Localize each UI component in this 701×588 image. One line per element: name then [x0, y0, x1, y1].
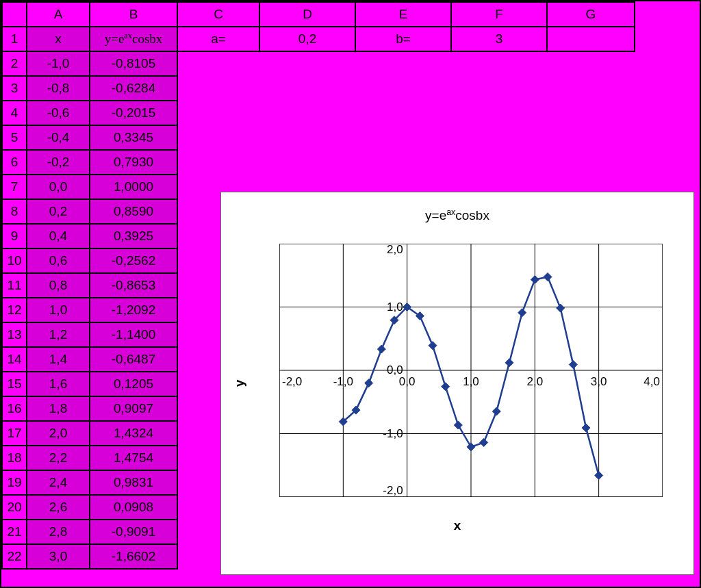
table-row: 4-0,6-0,2015 [2, 101, 635, 125]
row-header[interactable]: 11 [2, 273, 27, 298]
cell-A18[interactable]: 2,2 [27, 446, 90, 470]
cell-A10[interactable]: 0,6 [27, 248, 90, 273]
cell-A1[interactable]: x [27, 27, 90, 51]
chart-container[interactable]: y=eaxcosbx y x -2,0-1,00,01,02,03,04,0-2… [220, 192, 694, 575]
cell-B22[interactable]: -1,6602 [90, 544, 177, 569]
cell-A7[interactable]: 0,0 [27, 175, 90, 199]
cell-A13[interactable]: 1,2 [27, 322, 90, 347]
cell-A17[interactable]: 2,0 [27, 421, 90, 446]
table-row: 6-0,20,7930 [2, 150, 635, 175]
cell-A5[interactable]: -0,4 [27, 125, 90, 150]
svg-text:2,0: 2,0 [387, 244, 403, 256]
cell-D1[interactable]: 0,2 [259, 27, 355, 51]
row-header[interactable]: 15 [2, 372, 27, 396]
cell-B1[interactable]: y=eaxcosbx [90, 27, 177, 51]
col-header-B[interactable]: B [90, 2, 177, 27]
cell-B11[interactable]: -0,8653 [90, 273, 177, 298]
row-header[interactable]: 21 [2, 520, 27, 544]
row-header[interactable]: 12 [2, 298, 27, 322]
cell-B5[interactable]: 0,3345 [90, 125, 177, 150]
cell-B7[interactable]: 1,0000 [90, 175, 177, 199]
table-row: 2-1,0-0,8105 [2, 51, 635, 76]
row-header[interactable]: 13 [2, 322, 27, 347]
row-header[interactable]: 8 [2, 199, 27, 224]
cell-A21[interactable]: 2,8 [27, 520, 90, 544]
row-header[interactable]: 1 [2, 27, 27, 51]
cell-A14[interactable]: 1,4 [27, 347, 90, 372]
cell-B6[interactable]: 0,7930 [90, 150, 177, 175]
table-row: 5-0,40,3345 [2, 125, 635, 150]
cell-A11[interactable]: 0,8 [27, 273, 90, 298]
cell-F1[interactable]: 3 [451, 27, 547, 51]
cell-B4[interactable]: -0,2015 [90, 101, 177, 125]
svg-text:4,0: 4,0 [643, 375, 660, 388]
chart-title: y=eaxcosbx [221, 207, 693, 223]
cell-A8[interactable]: 0,2 [27, 199, 90, 224]
cell-B3[interactable]: -0,6284 [90, 76, 177, 101]
row-header[interactable]: 16 [2, 396, 27, 421]
cell-B15[interactable]: 0,1205 [90, 372, 177, 396]
cell-A12[interactable]: 1,0 [27, 298, 90, 322]
cell-A15[interactable]: 1,6 [27, 372, 90, 396]
col-header-E[interactable]: E [355, 2, 451, 27]
cell-B8[interactable]: 0,8590 [90, 199, 177, 224]
table-row: 1xy=eaxcosbxa=0,2b=3 [2, 27, 635, 51]
row-header[interactable]: 10 [2, 248, 27, 273]
x-axis-label: x [221, 518, 693, 533]
cell-B10[interactable]: -0,2562 [90, 248, 177, 273]
cell-B21[interactable]: -0,9091 [90, 520, 177, 544]
cell-A6[interactable]: -0,2 [27, 150, 90, 175]
col-header-F[interactable]: F [451, 2, 547, 27]
table-row: 3-0,8-0,6284 [2, 76, 635, 101]
cell-E1[interactable]: b= [355, 27, 451, 51]
row-header[interactable]: 4 [2, 101, 27, 125]
svg-text:1,0: 1,0 [387, 301, 403, 314]
row-header[interactable]: 5 [2, 125, 27, 150]
cell-A19[interactable]: 2,4 [27, 470, 90, 495]
row-header[interactable]: 22 [2, 544, 27, 569]
row-header[interactable]: 19 [2, 470, 27, 495]
cell-B9[interactable]: 0,3925 [90, 224, 177, 248]
cell-B13[interactable]: -1,1400 [90, 322, 177, 347]
cell-A20[interactable]: 2,6 [27, 495, 90, 520]
col-header-G[interactable]: G [547, 2, 635, 27]
row-header[interactable]: 18 [2, 446, 27, 470]
svg-text:2,0: 2,0 [527, 375, 544, 388]
cell-B16[interactable]: 0,9097 [90, 396, 177, 421]
row-header[interactable]: 17 [2, 421, 27, 446]
row-header[interactable]: 3 [2, 76, 27, 101]
cell-G1[interactable] [547, 27, 635, 51]
cell-B17[interactable]: 1,4324 [90, 421, 177, 446]
svg-text:-2,0: -2,0 [383, 484, 403, 497]
row-header[interactable]: 20 [2, 495, 27, 520]
svg-text:3,0: 3,0 [591, 375, 607, 388]
col-header-D[interactable]: D [259, 2, 355, 27]
cell-A16[interactable]: 1,8 [27, 396, 90, 421]
row-header[interactable]: 9 [2, 224, 27, 248]
svg-text:-2,0: -2,0 [282, 375, 302, 388]
column-header-row: A B C D E F G [2, 2, 635, 27]
col-header-A[interactable]: A [27, 2, 90, 27]
row-header[interactable]: 14 [2, 347, 27, 372]
cell-B14[interactable]: -0,6487 [90, 347, 177, 372]
cell-B18[interactable]: 1,4754 [90, 446, 177, 470]
col-header-C[interactable]: C [177, 2, 259, 27]
cell-B19[interactable]: 0,9831 [90, 470, 177, 495]
svg-text:1,0: 1,0 [463, 375, 479, 388]
cell-B20[interactable]: 0,0908 [90, 495, 177, 520]
svg-text:-1,0: -1,0 [383, 427, 403, 440]
cell-A4[interactable]: -0,6 [27, 101, 90, 125]
row-header[interactable]: 2 [2, 51, 27, 76]
cell-A22[interactable]: 3,0 [27, 544, 90, 569]
cell-A2[interactable]: -1,0 [27, 51, 90, 76]
row-header[interactable]: 7 [2, 175, 27, 199]
svg-text:0,0: 0,0 [399, 375, 416, 388]
cell-B12[interactable]: -1,2092 [90, 298, 177, 322]
row-header[interactable]: 6 [2, 150, 27, 175]
svg-text:0,0: 0,0 [387, 363, 403, 376]
cell-B2[interactable]: -0,8105 [90, 51, 177, 76]
corner-cell[interactable] [2, 2, 27, 27]
cell-C1[interactable]: a= [177, 27, 259, 51]
cell-A9[interactable]: 0,4 [27, 224, 90, 248]
cell-A3[interactable]: -0,8 [27, 76, 90, 101]
